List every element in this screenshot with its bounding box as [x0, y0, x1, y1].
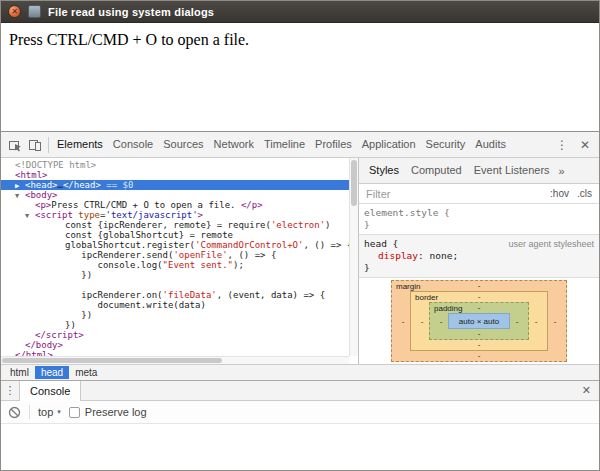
devtools-tab-timeline[interactable]: Timeline	[259, 132, 310, 157]
box-model-content[interactable]: auto × auto	[448, 313, 510, 329]
preserve-log-checkbox[interactable]	[69, 407, 80, 418]
drawer-menu-icon[interactable]: ⋮	[1, 384, 19, 397]
sidebar-tabs: StylesComputedEvent Listeners »	[359, 158, 599, 184]
element-classes-button[interactable]: .cls	[577, 188, 592, 199]
drawer-tab-console[interactable]: Console	[19, 381, 81, 401]
rule-selector[interactable]: head {	[364, 238, 398, 250]
dom-tree-line[interactable]	[1, 280, 358, 290]
border-label: border	[415, 293, 438, 302]
devtools-tab-elements[interactable]: Elements	[52, 132, 108, 157]
padding-right-value[interactable]: -	[510, 317, 524, 326]
styles-filter-bar: Filter :hov .cls	[359, 184, 599, 204]
sidebar-tabs-list: StylesComputedEvent Listeners	[363, 158, 556, 183]
box-model-border[interactable]: border - - padding - -	[410, 291, 548, 351]
dom-tree-line[interactable]: const {globalShortcut} = remote	[1, 230, 358, 240]
sidebar-tab-computed[interactable]: Computed	[405, 158, 468, 183]
css-property-value[interactable]: none;	[430, 250, 459, 261]
page-message: Press CTRL/CMD + O to open a file.	[9, 31, 591, 49]
dom-tree-line[interactable]: </script>	[1, 330, 358, 340]
dom-tree-line[interactable]: </body>	[1, 340, 358, 350]
preserve-log-label: Preserve log	[85, 406, 147, 418]
css-property-name[interactable]: display	[378, 250, 418, 261]
drawer-close-icon[interactable]: ✕	[574, 384, 599, 397]
inspect-element-icon[interactable]	[5, 132, 25, 158]
titlebar: ✕ File read using system dialogs	[1, 1, 599, 23]
devtools-tab-audits[interactable]: Audits	[470, 132, 511, 157]
toggle-element-state-button[interactable]: :hov	[550, 188, 569, 199]
dom-tree-line[interactable]: ipcRenderer.send('openFile', () => {	[1, 250, 358, 260]
rule-close-brace: }	[364, 262, 370, 273]
dom-tree-line[interactable]: const {ipcRenderer, remote} = require('e…	[1, 220, 358, 230]
devtools-tab-profiles[interactable]: Profiles	[310, 132, 357, 157]
dom-tree-line[interactable]: ▼<body>	[1, 190, 358, 200]
content-size: auto × auto	[459, 317, 499, 326]
devtools-tab-sources[interactable]: Sources	[158, 132, 208, 157]
padding-label: padding	[434, 304, 462, 313]
devtools-tab-network[interactable]: Network	[209, 132, 259, 157]
dom-tree-line[interactable]: <p>Press CTRL/CMD + O to open a file. </…	[1, 200, 358, 210]
drawer-header: ⋮ Console ✕	[1, 380, 599, 401]
breadcrumb-item-head[interactable]: head	[35, 366, 69, 379]
devtools-close-icon[interactable]: ✕	[575, 138, 595, 152]
devtools-main: <!DOCTYPE html><html>▶<head>…</head> == …	[1, 158, 599, 364]
devtools-tabs: ElementsConsoleSourcesNetworkTimelinePro…	[52, 132, 511, 157]
user-agent-style-rule: head { user agent stylesheet display: no…	[359, 235, 599, 278]
devtools-menu-icon[interactable]: ⋮	[551, 138, 573, 152]
padding-bottom-value[interactable]: -	[434, 329, 524, 339]
sidebar-tab-event-listeners[interactable]: Event Listeners	[468, 158, 556, 183]
devtools-tab-security[interactable]: Security	[421, 132, 471, 157]
dom-tree-line[interactable]: })	[1, 310, 358, 320]
dom-tree-line[interactable]: globalShortcut.register('CommandOrContro…	[1, 240, 358, 250]
frame-context-label: top	[38, 406, 53, 418]
toolbar-right-icons: ⋮ ✕	[551, 138, 595, 152]
margin-right-value[interactable]: -	[548, 317, 562, 326]
margin-label: margin	[396, 282, 420, 291]
console-messages	[1, 424, 599, 470]
dom-tree-line[interactable]: <!DOCTYPE html>	[1, 160, 358, 170]
dom-tree-line[interactable]: <html>	[1, 170, 358, 180]
breadcrumb-item-html[interactable]: html	[4, 366, 35, 379]
devtools-tab-console[interactable]: Console	[108, 132, 158, 157]
devtools-toolbar: ElementsConsoleSourcesNetworkTimelinePro…	[1, 132, 599, 158]
more-tabs-icon[interactable]: »	[556, 165, 568, 177]
horizontal-scrollbar[interactable]	[1, 356, 349, 364]
border-right-value[interactable]: -	[529, 317, 543, 326]
devtools-tab-application[interactable]: Application	[357, 132, 421, 157]
dom-tree-line[interactable]: })	[1, 320, 358, 330]
margin-top-value[interactable]: -	[396, 281, 562, 291]
elements-panel: <!DOCTYPE html><html>▶<head>…</head> == …	[1, 158, 359, 364]
frame-context-select[interactable]: top ▾	[38, 406, 61, 418]
border-left-value[interactable]: -	[415, 317, 429, 326]
padding-left-value[interactable]: -	[434, 317, 448, 326]
box-model-padding[interactable]: padding - - auto × auto -	[429, 302, 529, 340]
border-bottom-value[interactable]: -	[415, 340, 543, 350]
dom-tree-line[interactable]: document.write(data)	[1, 300, 358, 310]
dom-tree-line[interactable]: ▼<script type='text/javascript'>	[1, 210, 358, 220]
devtools-panel: ElementsConsoleSourcesNetworkTimelinePro…	[1, 131, 599, 470]
element-style-selector[interactable]: element.style {	[364, 207, 450, 218]
breadcrumb-item-meta[interactable]: meta	[69, 366, 103, 379]
vertical-scrollbar[interactable]	[349, 158, 358, 356]
dom-tree-line[interactable]: ▶<head>…</head> == $0	[1, 180, 358, 190]
app-window: ✕ File read using system dialogs Press C…	[0, 0, 600, 471]
margin-bottom-value[interactable]: -	[396, 351, 562, 361]
styles-filter-input[interactable]: Filter	[366, 188, 542, 200]
app-icon	[28, 5, 41, 18]
css-property-separator: :	[418, 250, 429, 261]
vertical-scrollbar-thumb[interactable]	[351, 160, 357, 206]
box-model-margin[interactable]: margin - - border - - padding	[391, 280, 567, 362]
breadcrumb: htmlheadmeta	[1, 364, 599, 380]
window-title: File read using system dialogs	[48, 6, 214, 18]
preserve-log-toggle[interactable]: Preserve log	[69, 406, 147, 418]
element-style-section[interactable]: element.style { }	[359, 204, 599, 235]
sidebar-tab-styles[interactable]: Styles	[363, 158, 405, 183]
dom-tree-line[interactable]: ipcRenderer.on('fileData', (event, data)…	[1, 290, 358, 300]
device-toolbar-icon[interactable]	[25, 132, 45, 158]
window-close-button[interactable]: ✕	[8, 5, 21, 18]
dom-tree-line[interactable]: })	[1, 270, 358, 280]
dom-tree-line[interactable]: console.log("Event sent.");	[1, 260, 358, 270]
clear-console-button[interactable]	[8, 406, 21, 419]
margin-left-value[interactable]: -	[396, 317, 410, 326]
horizontal-scrollbar-thumb[interactable]	[2, 358, 222, 363]
page-content: Press CTRL/CMD + O to open a file.	[1, 23, 599, 131]
